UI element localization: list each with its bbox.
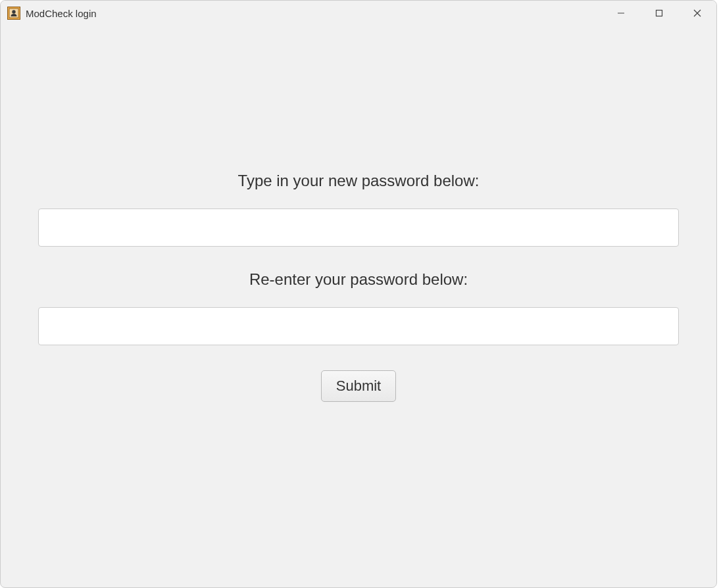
maximize-icon: [655, 9, 663, 17]
new-password-label: Type in your new password below:: [238, 172, 480, 190]
confirm-password-label: Re-enter your password below:: [249, 270, 468, 289]
window-title: ModCheck login: [26, 8, 602, 19]
app-icon: [7, 7, 20, 20]
svg-rect-4: [657, 11, 662, 16]
new-password-input[interactable]: [38, 208, 679, 247]
window-controls: [602, 1, 716, 26]
confirm-password-input[interactable]: [38, 307, 679, 345]
submit-button[interactable]: Submit: [321, 370, 396, 402]
maximize-button[interactable]: [640, 1, 678, 26]
titlebar: ModCheck login: [1, 1, 716, 26]
close-icon: [693, 9, 701, 17]
close-button[interactable]: [678, 1, 716, 26]
minimize-icon: [617, 9, 625, 17]
minimize-button[interactable]: [602, 1, 640, 26]
app-window: ModCheck login Type in your new passwor: [0, 0, 717, 588]
content-area: Type in your new password below: Re-ente…: [1, 26, 716, 587]
svg-point-2: [12, 10, 15, 13]
